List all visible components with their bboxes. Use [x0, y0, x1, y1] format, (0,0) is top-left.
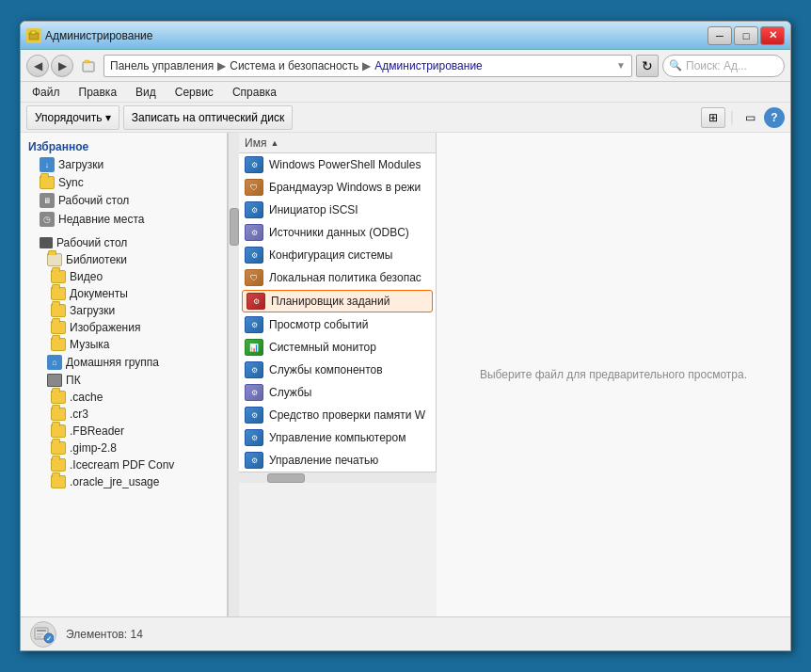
- address-field[interactable]: Панель управления ▶ Система и безопаснос…: [103, 55, 632, 77]
- msc-icon-0: ⚙: [245, 156, 263, 173]
- sidebar-item-label: Sync: [58, 176, 84, 189]
- msc-icon-1: 🛡: [245, 179, 263, 196]
- pane-icon: ▭: [745, 111, 755, 124]
- file-name-12: Управление компьютером: [269, 431, 406, 444]
- refresh-button[interactable]: ↻: [636, 55, 659, 77]
- window-controls: ─ □ ✕: [708, 26, 785, 45]
- sidebar-item-downloads[interactable]: Загрузки: [21, 302, 227, 319]
- file-item-3[interactable]: ⚙ Источники данных (ODBC): [239, 221, 436, 244]
- svg-rect-6: [37, 633, 43, 635]
- sidebar-item-downloads-fav[interactable]: ↓ Загрузки: [21, 155, 227, 174]
- file-item-10[interactable]: ⚙ Службы: [239, 381, 436, 404]
- sidebar-item-label: Загрузки: [58, 158, 103, 171]
- maximize-button[interactable]: □: [734, 26, 758, 45]
- sidebar-item-music[interactable]: Музыка: [21, 336, 227, 353]
- addressbar: ◀ ▶ Панель управления ▶ Система и безопа…: [21, 50, 790, 82]
- breadcrumb-admin: Администрирование: [374, 59, 482, 72]
- menu-help[interactable]: Справка: [227, 84, 282, 101]
- search-box[interactable]: 🔍 Поиск: Ад...: [662, 55, 785, 77]
- menu-edit[interactable]: Правка: [73, 84, 123, 101]
- desktop-fav-icon: 🖥: [40, 193, 55, 208]
- filelist-hscrollbar-thumb[interactable]: [267, 473, 305, 483]
- homegroup-icon: ⌂: [47, 355, 62, 370]
- sidebar-item-icecream[interactable]: .Icecream PDF Conv: [21, 456, 227, 473]
- sidebar-item-video[interactable]: Видео: [21, 268, 227, 285]
- gimp-icon: [51, 441, 66, 455]
- organize-button[interactable]: Упорядочить ▾: [26, 105, 119, 130]
- sidebar-item-gimp[interactable]: .gimp-2.8: [21, 440, 227, 456]
- sidebar-item-desktop-fav[interactable]: 🖥 Рабочий стол: [21, 191, 227, 210]
- close-button[interactable]: ✕: [760, 26, 785, 45]
- libraries-icon: [47, 253, 62, 266]
- file-name-13: Управление печатью: [269, 454, 378, 467]
- file-name-9: Службы компонентов: [269, 363, 383, 376]
- oracle-icon: [51, 475, 66, 488]
- menu-view[interactable]: Вид: [130, 84, 162, 101]
- back-button[interactable]: ◀: [26, 55, 49, 77]
- sidebar-item-label: Библиотеки: [66, 253, 127, 266]
- downloads-icon: ↓: [40, 157, 55, 172]
- file-item-11[interactable]: ⚙ Средство проверки памяти W: [239, 404, 436, 426]
- file-item-12[interactable]: ⚙ Управление компьютером: [239, 426, 436, 449]
- sidebar-scrollbar-thumb[interactable]: [230, 208, 239, 246]
- file-name-7: Просмотр событий: [269, 318, 368, 331]
- menu-file[interactable]: Файл: [26, 84, 66, 101]
- sidebar-scrollbar[interactable]: [228, 133, 239, 616]
- minimize-button[interactable]: ─: [708, 26, 732, 45]
- sidebar-item-label: Домашняя группа: [66, 356, 159, 369]
- sidebar-item-images[interactable]: Изображения: [21, 319, 227, 336]
- sidebar-item-homegroup[interactable]: ⌂ Домашняя группа: [21, 353, 227, 372]
- view-toggle-button[interactable]: ⊞: [701, 107, 725, 128]
- sidebar-item-cache[interactable]: .cache: [21, 389, 227, 406]
- sidebar-item-label: ПК: [66, 374, 81, 387]
- music-icon: [51, 338, 66, 351]
- sidebar-item-docs[interactable]: Документы: [21, 285, 227, 302]
- sidebar-item-recent[interactable]: ◷ Недавние места: [21, 210, 227, 229]
- breadcrumb-sep2: ▶: [362, 59, 371, 72]
- file-list-panel: Имя ▲ ⚙ Windows PowerShell Modules 🛡 Бра…: [239, 133, 437, 472]
- sidebar-favorites-header[interactable]: Избранное: [21, 136, 227, 155]
- recent-button[interactable]: [79, 56, 98, 75]
- sidebar-item-desktop[interactable]: Рабочий стол: [21, 234, 227, 251]
- help-button[interactable]: ?: [764, 107, 785, 128]
- breadcrumb-system: Система и безопасность: [230, 59, 358, 72]
- docs-icon: [51, 287, 66, 300]
- file-item-7[interactable]: ⚙ Просмотр событий: [239, 313, 436, 336]
- pane-button[interactable]: ▭: [739, 107, 760, 128]
- menu-service[interactable]: Сервис: [169, 84, 219, 101]
- file-list-column-name[interactable]: Имя ▲: [239, 133, 436, 153]
- sort-icon: ▲: [270, 138, 278, 148]
- file-item-4[interactable]: ⚙ Конфигурация системы: [239, 244, 436, 266]
- main-window: Администрирование ─ □ ✕ ◀ ▶ Панель управ…: [20, 21, 791, 651]
- file-item-9[interactable]: ⚙ Службы компонентов: [239, 359, 436, 381]
- sidebar-item-pc[interactable]: ПК: [21, 372, 227, 389]
- file-item-5[interactable]: 🛡 Локальная политика безопас: [239, 266, 436, 289]
- sidebar-item-cr3[interactable]: .cr3: [21, 406, 227, 423]
- toolbar: Упорядочить ▾ Записать на оптический дис…: [21, 103, 790, 133]
- burn-button[interactable]: Записать на оптический диск: [123, 105, 294, 130]
- file-item-13[interactable]: ⚙ Управление печатью: [239, 449, 436, 472]
- preview-text: Выберите файл для предварительного просм…: [480, 368, 747, 381]
- forward-icon: ▶: [58, 59, 67, 72]
- statusbar: ✓ Элементов: 14: [21, 616, 790, 650]
- file-name-2: Инициатор iSCSI: [269, 203, 358, 216]
- sidebar-container: Избранное ↓ Загрузки Sync 🖥 Рабочий стол…: [21, 133, 239, 616]
- file-item-8[interactable]: 📊 Системный монитор: [239, 336, 436, 359]
- sidebar-item-label: Видео: [70, 270, 103, 283]
- sidebar-item-fbreader[interactable]: .FBReader: [21, 423, 227, 440]
- file-item-0[interactable]: ⚙ Windows PowerShell Modules: [239, 153, 436, 176]
- sidebar-item-label: .cr3: [70, 408, 88, 421]
- pc-icon: [47, 374, 62, 387]
- file-item-2[interactable]: ⚙ Инициатор iSCSI: [239, 199, 436, 221]
- sidebar-item-sync[interactable]: Sync: [21, 174, 227, 191]
- filelist-hscrollbar[interactable]: [239, 472, 437, 483]
- sidebar-item-libraries[interactable]: Библиотеки: [21, 251, 227, 268]
- sidebar-item-oracle[interactable]: .oracle_jre_usage: [21, 473, 227, 490]
- file-item-6[interactable]: ⚙ Планировщик заданий: [242, 290, 433, 312]
- forward-button[interactable]: ▶: [51, 55, 73, 77]
- titlebar: Администрирование ─ □ ✕: [21, 22, 790, 50]
- msc-icon-12: ⚙: [245, 429, 263, 446]
- file-item-1[interactable]: 🛡 Брандмауэр Windows в режи: [239, 176, 436, 199]
- sidebar-item-label: .FBReader: [70, 424, 124, 438]
- status-count: Элементов: 14: [66, 628, 143, 641]
